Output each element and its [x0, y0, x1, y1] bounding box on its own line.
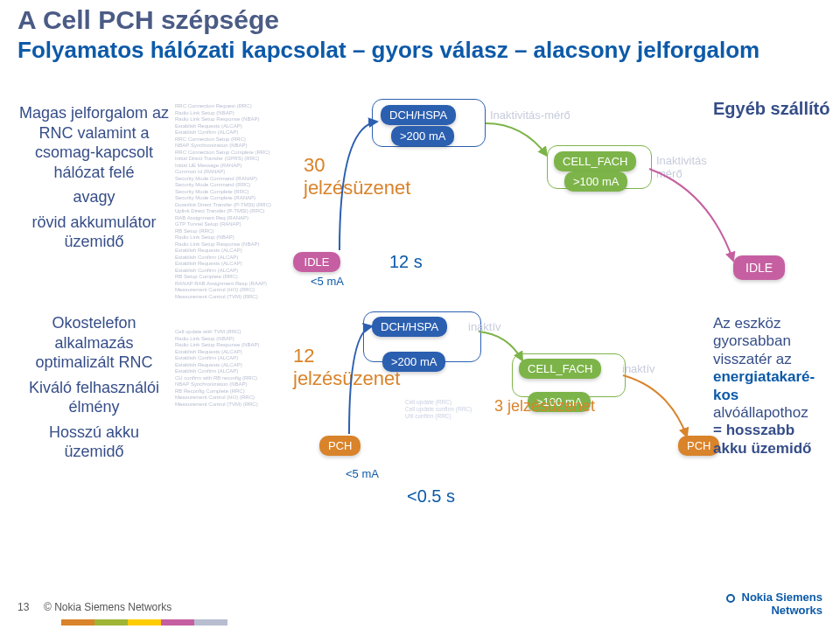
egyeb-szallito: Egyéb szállító — [713, 98, 831, 119]
sig-msg: Radio Link Setup (NBAP) — [175, 336, 289, 343]
three-msgs: 3 jelzésüzenet — [494, 397, 595, 416]
sig-msg: Radio Link Setup (NBAP) — [175, 110, 289, 117]
nsn-logo: Nokia Siemens Networks — [726, 591, 822, 617]
sig-msg: Security Mode Complete (RANAP) — [175, 195, 289, 202]
subtitle: Folyamatos hálózati kapcsolat – gyors vá… — [18, 37, 760, 64]
sig-msg: Establish Confirm (ALCAP) — [175, 355, 289, 362]
title: A Cell PCH szépsége — [18, 5, 279, 35]
cell-fach-badge: CELL_FACH — [554, 151, 636, 171]
cell-fach-badge2: CELL_FACH — [519, 359, 601, 379]
tiny-cell-update-msgs: Cell update (RRC) Cell update confirm (R… — [405, 399, 501, 419]
sig-msg: Establish Confirm (ALCAP) — [175, 368, 289, 375]
cell-fach-ma-badge: >100 mA — [564, 171, 627, 192]
sig-msg: RB Setup (RRC) — [175, 228, 289, 235]
sig-msg: Establish Confirm (ALCAP) — [175, 268, 289, 275]
sig-msg: Measurement Control (HO) (RRC) — [175, 395, 289, 402]
idle-badge-left: IDLE — [293, 252, 340, 272]
thirty-msgs: 30 jelzésüzenet — [304, 154, 410, 199]
sig-msg: Common Id (RANAP) — [175, 169, 289, 176]
lc1-line3: rövid akkumulátor üzemidő — [18, 213, 171, 252]
sig-msg: Establish Confirm (ALCAP) — [175, 255, 289, 262]
sig-msg: Security Mode Command (RRC) — [175, 182, 289, 189]
sig-msg: RAB Assignment Req (RANAP) — [175, 215, 289, 222]
twelve-msgs: 12 jelzésüzenet — [293, 345, 400, 390]
sig-msg: Radio Link Setup (NBAP) — [175, 234, 289, 241]
sig-msg: Establish Requests (ALCAP) — [175, 362, 289, 369]
sig-msg: Radio Link Setup Response (NBAP) — [175, 342, 289, 349]
inaktivitas-mero-2: Inaktivitás mérő — [656, 154, 707, 180]
page-number: 13 — [18, 601, 29, 613]
dch-ma-badge: >200 mA — [391, 126, 454, 146]
footer: 13 © Nokia Siemens Networks — [18, 601, 172, 613]
sig-msg: Establish Confirm (ALCAP) — [175, 129, 289, 136]
sig-msg: RB Reconfig Complete (RRC) — [175, 388, 289, 395]
lc2-line1: Okostelefon alkalmazás optimalizált RNC — [18, 313, 171, 373]
color-bar — [161, 619, 194, 626]
idle-badge-right: IDLE — [733, 255, 785, 280]
logo-icon — [726, 594, 735, 603]
sig-msg: RRC Connection Setup (RRC) — [175, 136, 289, 143]
sig-msg: Establish Requests (ALCAP) — [175, 123, 289, 130]
sig-msg: Initial Direct Transfer (GPRS) (RRC) — [175, 156, 289, 163]
pch-badge-left: PCH — [319, 436, 360, 456]
sig-msg: RANAP RAB Assignment Resp (RAAP) — [175, 281, 289, 288]
lc1-line2: avagy — [18, 187, 171, 207]
time-12s: 12 s — [389, 252, 423, 272]
sig-msg: NBAP Synchronization (NBAP) — [175, 143, 289, 150]
inaktiv-2: inaktív — [622, 362, 655, 375]
sig-msg: Establish Requests (ALCAP) — [175, 248, 289, 255]
sig-msg: Measurement Control (HO) (RRC) — [175, 287, 289, 294]
sig-msg: Initial UE Message (RANAP) — [175, 163, 289, 170]
sig-msg: Measurement Control (TVM) (RRC) — [175, 294, 289, 301]
lc2-line2: Kiváló felhasználói élmény — [18, 378, 171, 417]
sig-msg: Radio Link Setup Response (NBAP) — [175, 116, 289, 123]
dch-hspa-badge: DCH/HSPA — [381, 105, 456, 125]
sig-msg: Uplink Direct Transfer (P-TMSI) (RRC) — [175, 208, 289, 215]
color-bar — [128, 619, 161, 626]
inaktivitas-mero-1: Inaktivitás-mérő — [490, 108, 570, 122]
sig-msg: Cell update with TVM (RRC) — [175, 329, 289, 336]
arrow-fach-to-pch — [621, 371, 696, 445]
benefit-text: Az eszköz gyorsabban visszatér az energi… — [713, 315, 831, 458]
signalling-list-30: RRC Connection Request (RRC)Radio Link S… — [175, 103, 289, 300]
diagram-bottom: DCH/HSPA inaktív >200 mA CELL_FACH inakt… — [293, 313, 696, 514]
diagram-top: DCH/HSPA >200 mA Inaktivitás-mérő CELL_F… — [293, 103, 696, 296]
idle-ma: <5 mA — [311, 275, 344, 288]
sig-msg: Security Mode Command (RANAP) — [175, 176, 289, 183]
inaktiv-1: inaktív — [468, 320, 501, 333]
color-bar — [94, 619, 128, 626]
idle-ma-2: <5 mA — [346, 467, 379, 480]
sig-msg: Downlink Direct Transfer (P-TMSI) (RRC) — [175, 202, 289, 209]
lc2-line3: Hosszú akku üzemidő — [18, 423, 171, 462]
color-bar — [194, 619, 228, 626]
arrow-dch-to-fach — [484, 119, 554, 167]
color-bar — [61, 619, 94, 626]
sig-msg: CU confirm with RB reconfig (RRC) — [175, 375, 289, 382]
slide: A Cell PCH szépsége Folyamatos hálózati … — [0, 0, 840, 629]
left-col-bottom: Okostelefon alkalmazás optimalizált RNC … — [18, 313, 171, 467]
sig-msg: RB Setup Complete (RRC) — [175, 274, 289, 281]
lc1-line1: Magas jelforgalom az RNC valamint a csom… — [18, 103, 171, 182]
copyright: © Nokia Siemens Networks — [44, 601, 172, 613]
sig-msg: RRC Connection Request (RRC) — [175, 103, 289, 110]
left-col-top: Magas jelforgalom az RNC valamint a csom… — [18, 103, 171, 257]
sig-msg: Establish Requests (ALCAP) — [175, 349, 289, 356]
color-bars — [61, 619, 228, 626]
dch-hspa-badge2: DCH/HSPA — [372, 317, 447, 337]
sig-msg: Radio Link Setup Response (NBAP) — [175, 241, 289, 248]
time-0.5s: <0.5 s — [407, 486, 455, 507]
sig-msg: Security Mode Complete (RRC) — [175, 189, 289, 196]
sig-msg: NBAP Synchronization (NBAP) — [175, 381, 289, 388]
sig-msg: RRC Connection Setup Complete (RRC) — [175, 150, 289, 157]
signalling-list-12: Cell update with TVM (RRC)Radio Link Set… — [175, 329, 289, 408]
sig-msg: Establish Requests (ALCAP) — [175, 261, 289, 268]
sig-msg: GTP Tunnel Setup (RANAP) — [175, 221, 289, 228]
sig-msg: Measurement Control (TVM) (RRC) — [175, 402, 289, 409]
